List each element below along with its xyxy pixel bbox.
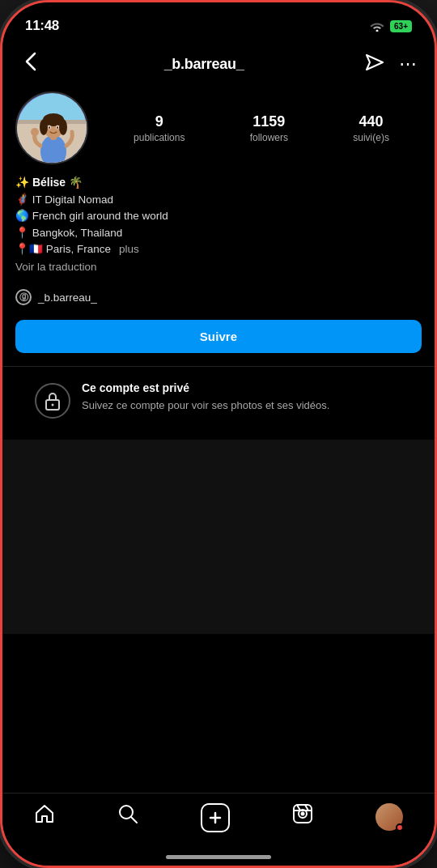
avatar-image — [17, 93, 88, 164]
posts-label: publications — [134, 132, 185, 143]
more-icon[interactable]: ⋯ — [399, 53, 418, 74]
stat-posts[interactable]: 9 publications — [134, 113, 185, 143]
bio-line-1: 🦸 IT Digital Nomad — [15, 192, 422, 208]
threads-icon-symbol: ⓖ — [19, 291, 28, 304]
reels-icon — [292, 803, 313, 824]
status-icons: 63+ — [369, 20, 412, 32]
followers-count: 1159 — [252, 113, 285, 130]
svg-point-13 — [49, 126, 50, 129]
bio-more-link[interactable]: plus — [119, 241, 139, 257]
phone-frame: 11:48 63+ _b.barreau_ — [0, 0, 437, 868]
svg-point-14 — [57, 126, 58, 129]
divider — [2, 366, 435, 367]
bio-name: ✨ Bélise 🌴 — [15, 176, 422, 189]
home-icon — [34, 803, 55, 824]
battery-badge: 63+ — [390, 20, 412, 32]
lock-icon-container — [35, 383, 70, 419]
lock-icon — [44, 391, 62, 411]
home-indicator — [166, 855, 271, 859]
bio-line-2: 🌎 French girl around the world — [15, 208, 422, 224]
send-icon[interactable] — [365, 53, 384, 74]
following-count: 440 — [359, 113, 384, 130]
follow-button[interactable]: Suivre — [15, 320, 422, 353]
private-text: Ce compte est privé Suivez ce compte pou… — [82, 381, 402, 414]
svg-point-15 — [31, 128, 39, 136]
svg-line-26 — [297, 805, 300, 811]
wifi-icon — [369, 20, 385, 32]
avatar[interactable] — [15, 91, 88, 164]
following-label: suivi(e)s — [353, 132, 389, 143]
private-account-notice: Ce compte est privé Suivez ce compte pou… — [15, 368, 422, 432]
profile-username-title: _b.barreau_ — [164, 56, 244, 73]
status-bar: 11:48 63+ — [2, 2, 435, 43]
svg-point-24 — [302, 813, 304, 815]
nav-right-icons: ⋯ — [365, 53, 418, 74]
voir-traduction-link[interactable]: Voir la traduction — [15, 261, 422, 273]
status-time: 11:48 — [25, 18, 59, 34]
profile-top-row: 9 publications 1159 followers 440 suivi(… — [15, 91, 422, 164]
bio-line-3: 📍 Bangkok, Thailand — [15, 225, 422, 241]
private-description: Suivez ce compte pour voir ses photos et… — [82, 398, 402, 414]
nav-add[interactable] — [201, 803, 230, 832]
phone-screen: 11:48 63+ _b.barreau_ — [2, 2, 435, 866]
nav-profile[interactable] — [375, 803, 403, 831]
profile-section: 9 publications 1159 followers 440 suivi(… — [2, 85, 435, 164]
svg-line-27 — [305, 805, 308, 811]
svg-marker-0 — [367, 55, 383, 70]
svg-point-17 — [52, 404, 54, 406]
stat-followers[interactable]: 1159 followers — [250, 113, 288, 143]
content-area — [2, 440, 435, 634]
followers-label: followers — [250, 132, 288, 143]
add-icon — [201, 803, 230, 832]
back-button[interactable] — [19, 49, 43, 79]
threads-icon: ⓖ — [15, 289, 32, 305]
posts-count: 9 — [155, 113, 163, 130]
follow-btn-container: Suivre — [2, 313, 435, 364]
threads-username: _b.barreau_ — [38, 291, 97, 304]
profile-avatar-nav — [375, 803, 403, 831]
stat-following[interactable]: 440 suivi(e)s — [353, 113, 389, 143]
notification-dot — [396, 823, 404, 832]
stats-container: 9 publications 1159 followers 440 suivi(… — [101, 113, 422, 143]
nav-search[interactable] — [117, 803, 138, 824]
nav-bar: _b.barreau_ ⋯ — [2, 43, 435, 85]
bio-section: ✨ Bélise 🌴 🦸 IT Digital Nomad 🌎 French g… — [2, 176, 435, 273]
search-icon — [117, 803, 138, 824]
bio-line-4: 📍🇫🇷 Paris, France plus — [15, 241, 422, 257]
svg-point-9 — [40, 119, 48, 135]
nav-home[interactable] — [34, 803, 55, 824]
svg-point-10 — [59, 119, 67, 135]
threads-link[interactable]: ⓖ _b.barreau_ — [2, 281, 435, 313]
nav-reels[interactable] — [292, 803, 313, 824]
private-title: Ce compte est privé — [82, 381, 402, 394]
svg-line-19 — [131, 817, 137, 823]
